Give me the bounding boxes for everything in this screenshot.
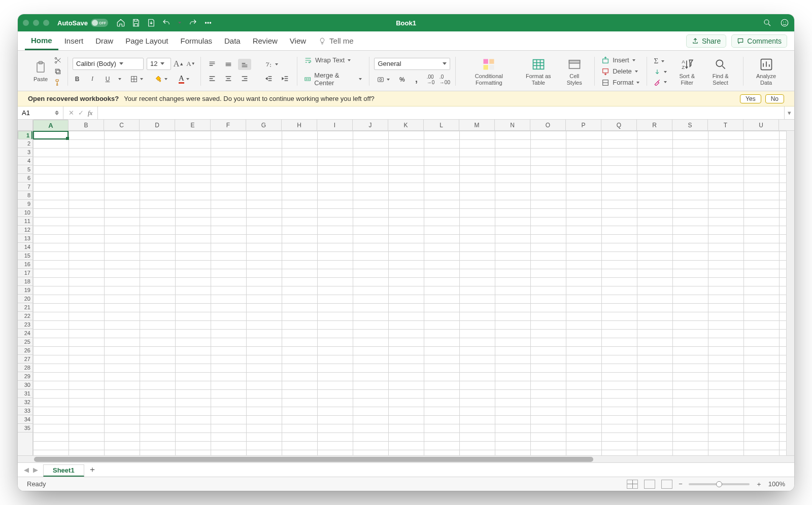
number-format-select[interactable]: General [374,58,450,70]
user-profile-icon[interactable] [780,18,789,27]
select-all-corner[interactable] [18,120,33,130]
share-button[interactable]: Share [686,34,726,48]
row-header[interactable]: 29 [18,372,32,381]
sheet-tab[interactable]: Sheet1 [43,464,84,477]
search-icon[interactable] [763,18,772,27]
column-header[interactable]: S [672,120,708,130]
column-header[interactable]: R [637,120,672,130]
column-header[interactable]: I [317,120,353,130]
orientation-button[interactable] [262,59,281,70]
merge-center-button[interactable]: Merge & Center [302,70,364,88]
row-header[interactable]: 19 [18,286,32,295]
increase-indent-button[interactable] [279,73,292,84]
row-header[interactable]: 4 [18,157,32,165]
font-size-select[interactable]: 12 [147,58,171,70]
cells-area[interactable] [33,131,786,455]
ribbon-tab-home[interactable]: Home [25,31,58,50]
comma-format-button[interactable]: , [412,75,421,84]
column-header[interactable]: H [282,120,317,130]
italic-button[interactable]: I [88,75,97,84]
align-top-button[interactable] [206,59,219,70]
copy-icon[interactable] [53,67,62,76]
row-header[interactable]: 15 [18,251,32,260]
conditional-formatting-button[interactable]: Conditional Formatting [460,57,517,85]
row-header[interactable]: 23 [18,320,32,329]
row-header[interactable]: 17 [18,269,32,277]
column-header[interactable]: A [33,120,69,132]
close-window-button[interactable] [23,20,29,26]
name-box[interactable]: A1 [18,106,63,119]
horizontal-scrollbar[interactable] [18,455,794,462]
column-header[interactable]: E [175,120,211,130]
column-header[interactable]: L [424,120,459,130]
row-header[interactable]: 7 [18,183,32,191]
ribbon-tab-view[interactable]: View [284,31,312,50]
zoom-slider[interactable] [689,483,750,485]
zoom-out-button[interactable]: − [679,480,683,488]
column-header[interactable]: B [69,120,104,130]
row-header[interactable]: 14 [18,243,32,251]
decrease-decimal-button[interactable]: .0→00 [440,75,449,84]
home-icon[interactable] [116,18,125,27]
bold-button[interactable]: B [73,75,82,84]
sheet-nav-prev[interactable]: ◀ [22,466,31,474]
cancel-formula-icon[interactable]: ✕ [69,109,74,117]
increase-decimal-button[interactable]: .00→0 [426,75,435,84]
row-header[interactable]: 24 [18,329,32,338]
ribbon-tab-draw[interactable]: Draw [89,31,119,50]
comments-button[interactable]: Comments [731,34,787,48]
delete-cells-button[interactable]: Delete [599,66,641,77]
add-sheet-button[interactable]: ＋ [88,464,96,475]
save-alt-icon[interactable] [147,18,156,27]
row-header[interactable]: 10 [18,208,32,217]
ribbon-tab-review[interactable]: Review [247,31,284,50]
row-header[interactable]: 22 [18,312,32,320]
clear-button[interactable] [652,78,669,87]
column-header[interactable]: N [495,120,530,130]
decrease-font-icon[interactable]: A▼ [186,59,195,68]
expand-formula-bar[interactable]: ▾ [784,106,794,119]
row-header[interactable]: 18 [18,277,32,286]
row-header[interactable]: 35 [18,424,32,432]
redo-icon[interactable] [188,18,197,27]
ribbon-tab-formulas[interactable]: Formulas [174,31,218,50]
column-header[interactable]: C [104,120,140,130]
fill-button[interactable] [652,67,669,77]
row-header[interactable]: 30 [18,381,32,389]
row-header[interactable]: 31 [18,389,32,398]
formula-input[interactable] [98,106,784,119]
percent-format-button[interactable]: % [397,75,407,84]
row-header[interactable]: 21 [18,303,32,312]
sheet-nav-next[interactable]: ▶ [31,466,40,474]
font-name-select[interactable]: Calibri (Body) [73,58,144,70]
underline-button[interactable]: U [103,75,112,84]
font-color-button[interactable]: A [176,73,192,85]
paste-button[interactable]: Paste [28,60,53,82]
row-header[interactable]: 3 [18,148,32,157]
column-header[interactable]: P [566,120,601,130]
more-icon[interactable] [204,18,213,27]
row-header[interactable]: 8 [18,191,32,200]
ribbon-tab-data[interactable]: Data [218,31,247,50]
page-break-view-button[interactable] [661,480,672,489]
page-layout-view-button[interactable] [644,480,655,489]
autosum-button[interactable]: Σ [652,56,669,66]
message-yes-button[interactable]: Yes [740,94,761,103]
column-header[interactable]: F [211,120,246,130]
ribbon-tab-page-layout[interactable]: Page Layout [119,31,174,50]
zoom-value[interactable]: 100% [768,480,785,488]
accounting-format-button[interactable] [374,74,392,85]
zoom-window-button[interactable] [43,20,49,26]
row-header[interactable]: 16 [18,260,32,269]
vertical-scrollbar[interactable] [786,131,794,455]
save-icon[interactable] [131,18,141,27]
row-header[interactable]: 32 [18,398,32,407]
normal-view-button[interactable] [627,480,638,489]
format-as-table-button[interactable]: Format as Table [517,57,559,85]
column-header[interactable]: O [530,120,566,130]
column-header[interactable]: M [459,120,495,130]
format-cells-button[interactable]: Format [599,78,641,88]
wrap-text-button[interactable]: Wrap Text [302,55,364,65]
tell-me-search[interactable]: Tell me [312,31,360,50]
decrease-indent-button[interactable] [262,73,276,84]
